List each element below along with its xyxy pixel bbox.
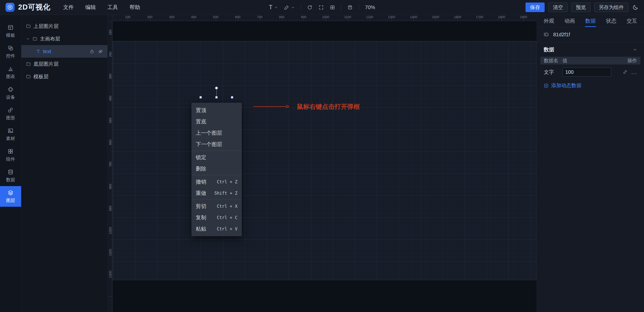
sidebar-item-2[interactable]: 图表	[0, 62, 21, 83]
ruler-v-label: 900	[108, 203, 112, 214]
text-tool-label: T	[269, 4, 272, 11]
chevron-down-icon[interactable]	[291, 6, 295, 9]
layer-label: text	[43, 49, 51, 54]
menu-item-3[interactable]: 帮助	[130, 4, 140, 11]
data-table-header: 数据名 值 操作	[540, 57, 640, 64]
inspector-tab-2[interactable]: 数据	[585, 15, 596, 27]
pen-tool-button[interactable]	[284, 5, 295, 10]
left-icon-sidebar: 模板控件图表设备图形素材组件数据图层	[0, 15, 21, 312]
folder-icon	[26, 24, 31, 29]
context-menu-item[interactable]: 粘贴Ctrl + V	[191, 223, 242, 234]
sidebar-item-label: 图形	[6, 115, 15, 121]
inspector-tab-0[interactable]: 外观	[544, 15, 554, 27]
eye-off-icon[interactable]	[98, 49, 103, 54]
theme-toggle-button[interactable]	[632, 4, 638, 10]
layer-folder-row[interactable]: 上层图片层	[21, 20, 107, 32]
context-menu-item[interactable]: 上一个图层	[191, 127, 242, 138]
inspector-tab-4[interactable]: 交互	[627, 15, 637, 27]
action-button-2[interactable]: 预览	[571, 3, 590, 12]
sidebar-item-6[interactable]: 组件	[0, 145, 21, 165]
menu-item-label: 重做	[196, 190, 206, 197]
sidebar-item-7[interactable]: 数据	[0, 165, 21, 186]
layers-icon	[8, 190, 14, 196]
lock-icon[interactable]	[90, 49, 94, 54]
context-menu-item[interactable]: 重做Shift + Z	[191, 187, 242, 199]
menu-item-0[interactable]: 文件	[63, 4, 74, 11]
action-button-1[interactable]: 清空	[548, 3, 568, 12]
row-operations: …	[623, 70, 640, 75]
menu-divider	[191, 151, 242, 151]
sidebar-item-8[interactable]: 图层	[0, 186, 21, 207]
annotation-text: 鼠标右键点击打开弹框	[297, 102, 360, 111]
menu-item-label: 下一个图层	[196, 141, 222, 148]
chevron-down-icon[interactable]	[26, 37, 30, 41]
ruler-h-label: 1000	[322, 15, 329, 19]
layer-folder-row[interactable]: 主画布层	[21, 32, 107, 45]
data-section-header[interactable]: 数据	[537, 42, 644, 57]
clear-board-icon[interactable]	[347, 5, 353, 10]
action-button-0[interactable]: 保存	[526, 3, 545, 12]
layer-folder-row[interactable]: 模板层	[21, 70, 107, 83]
bind-link-icon[interactable]	[623, 70, 628, 75]
context-menu-item[interactable]: 下一个图层	[191, 138, 242, 150]
refresh-icon[interactable]	[307, 5, 312, 10]
app-logo-icon	[6, 3, 15, 12]
rotate-handle[interactable]	[215, 87, 218, 89]
text-tool-button[interactable]: T	[269, 4, 278, 11]
toolbar-divider	[341, 5, 341, 10]
layer-row-actions	[90, 49, 103, 54]
ruler-v-label: 600	[108, 137, 112, 148]
menu-item-2[interactable]: 工具	[107, 4, 118, 11]
context-menu-item[interactable]: 撤销Ctrl + Z	[191, 176, 242, 187]
sidebar-item-label: 设备	[6, 94, 15, 100]
artboard[interactable]	[113, 41, 537, 280]
sidebar-item-0[interactable]: 模板	[0, 21, 21, 42]
ruler-h-label: 800	[279, 15, 285, 19]
context-menu-item[interactable]: 剪切Ctrl + X	[191, 200, 242, 212]
layer-label: 底层图片层	[33, 61, 59, 67]
main-area: 模板控件图表设备图形素材组件数据图层 上层图片层主画布层text底层图片层模板层…	[0, 15, 644, 312]
menu-bar: 文件编辑工具帮助	[63, 4, 140, 11]
database-icon	[8, 169, 14, 175]
data-section-title: 数据	[544, 46, 554, 53]
chevron-down-icon[interactable]	[633, 47, 637, 52]
add-dynamic-data-label: 添加动态数据	[551, 82, 581, 89]
context-menu-item[interactable]: 复制Ctrl + C	[191, 212, 242, 223]
chevron-down-icon[interactable]	[274, 6, 278, 9]
fit-screen-icon[interactable]	[318, 5, 324, 10]
context-menu-item[interactable]: 锁定	[191, 152, 242, 163]
selection-handle[interactable]	[199, 96, 202, 98]
context-menu-item[interactable]: 删除	[191, 163, 242, 174]
sidebar-item-1[interactable]: 控件	[0, 42, 21, 62]
topbar-actions: 保存清空预览另存为组件	[526, 3, 628, 12]
selection-handle[interactable]	[215, 96, 218, 98]
context-menu-item[interactable]: 置底	[191, 116, 242, 127]
ruler-h-label: 1800	[498, 15, 505, 19]
more-options-button[interactable]: …	[631, 71, 637, 74]
inspector-tab-1[interactable]: 动画	[565, 15, 575, 27]
sidebar-item-3[interactable]: 设备	[0, 83, 21, 103]
add-dynamic-data-button[interactable]: 添加动态数据	[544, 82, 637, 89]
grid-icon[interactable]	[330, 5, 335, 10]
ruler-h-label: 1500	[432, 15, 439, 19]
layer-item-row[interactable]: text	[21, 45, 107, 58]
layer-folder-row[interactable]: 底层图片层	[21, 58, 107, 70]
sidebar-item-4[interactable]: 图形	[0, 103, 21, 124]
menu-item-1[interactable]: 编辑	[85, 4, 96, 11]
inspector-tab-3[interactable]: 状态	[606, 15, 617, 27]
ruler-h-label: 1200	[366, 15, 373, 19]
zoom-level[interactable]: 70%	[365, 5, 375, 10]
ruler-v-label: 400	[108, 93, 112, 103]
ruler-v-label: 700	[108, 159, 112, 169]
widget-icon	[8, 45, 14, 51]
inspector-tabs: 外观动画数据状态交互	[537, 15, 644, 27]
action-button-3[interactable]: 另存为组件	[594, 3, 628, 12]
menu-item-label: 置顶	[196, 107, 206, 114]
data-value-input[interactable]	[562, 67, 611, 77]
selection-handle[interactable]	[231, 96, 233, 98]
context-menu-item[interactable]: 置顶	[191, 105, 242, 116]
canvas-toolbar: T 70%	[269, 0, 375, 15]
layer-label: 上层图片层	[33, 23, 59, 30]
sidebar-item-5[interactable]: 素材	[0, 124, 21, 145]
sidebar-item-label: 数据	[6, 177, 15, 183]
